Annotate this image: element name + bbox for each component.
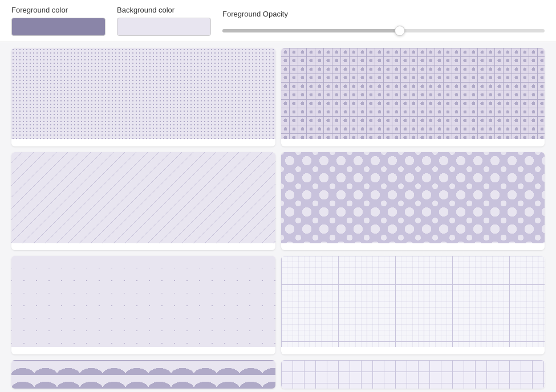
opacity-slider-fill <box>222 29 400 32</box>
background-color-label: Background color <box>117 6 211 14</box>
pattern-name-hideout: Hideout <box>11 347 275 354</box>
pattern-preview-partial-right <box>281 360 545 389</box>
pattern-card-cutout[interactable]: Cutout <box>281 152 545 251</box>
pattern-name-architect: Architect <box>11 243 275 251</box>
pattern-name-graph-paper: Graph Paper <box>281 347 545 354</box>
pattern-card-graph-paper[interactable]: Graph Paper <box>281 256 545 354</box>
background-color-swatch[interactable] <box>117 18 211 36</box>
pattern-name-cutout: Cutout <box>281 243 545 251</box>
foreground-color-swatch[interactable] <box>11 18 105 36</box>
foreground-color-label: Foreground color <box>11 6 105 14</box>
background-color-group: Background color <box>117 6 211 36</box>
pattern-preview-jupiter <box>281 48 545 139</box>
pattern-preview-partial-left <box>11 360 275 389</box>
opacity-label: Foreground Opacity <box>222 10 545 18</box>
opacity-slider-thumb[interactable] <box>395 26 405 36</box>
pattern-card-partial-left[interactable] <box>11 360 275 389</box>
pattern-card-partial-right[interactable] <box>281 360 545 389</box>
pattern-grid: Texture Jupiter Architect Cutout Hideout… <box>0 42 556 392</box>
pattern-card-texture[interactable]: Texture <box>11 48 275 146</box>
opacity-slider-track <box>222 29 545 32</box>
opacity-group: Foreground Opacity <box>222 10 545 32</box>
pattern-name-jupiter: Jupiter <box>281 139 545 146</box>
pattern-preview-cutout <box>281 152 545 243</box>
pattern-preview-architect <box>11 152 275 243</box>
foreground-color-group: Foreground color <box>11 6 105 36</box>
pattern-card-architect[interactable]: Architect <box>11 152 275 251</box>
top-bar: Foreground color Background color Foregr… <box>0 0 556 42</box>
pattern-preview-graph-paper <box>281 256 545 347</box>
pattern-preview-hideout <box>11 256 275 347</box>
pattern-card-jupiter[interactable]: Jupiter <box>281 48 545 146</box>
pattern-preview-texture <box>11 48 275 139</box>
pattern-name-texture: Texture <box>11 139 275 146</box>
pattern-card-hideout[interactable]: Hideout <box>11 256 275 354</box>
